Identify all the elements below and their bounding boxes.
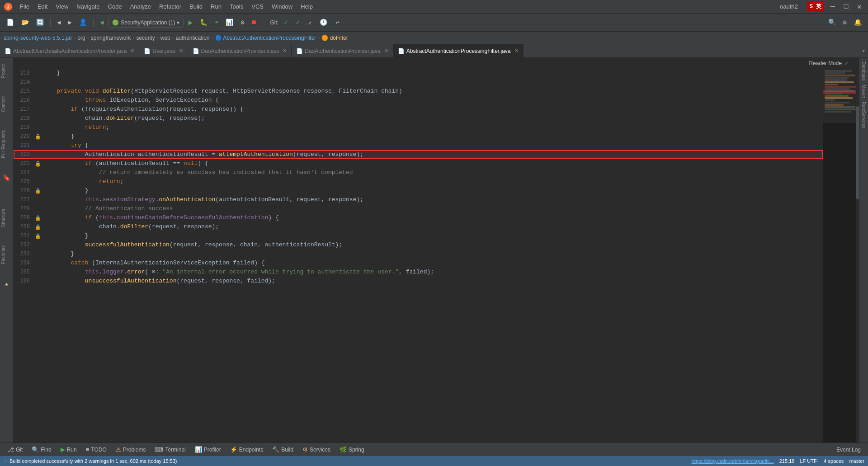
sidebar-bookmarks-button[interactable]: 🔖 [0, 171, 13, 184]
menu-file[interactable]: File [16, 2, 33, 11]
breadcrumb-item-authentication[interactable]: authentication [176, 35, 210, 41]
sidebar-star-button[interactable]: ★ [0, 278, 13, 291]
forward-button[interactable]: ▶ [65, 17, 74, 28]
profiler-bottom-button[interactable]: 📊 Profiler [191, 445, 225, 454]
recent-files-button[interactable]: 👤 [76, 17, 90, 28]
main-area: Project Commit Pull Requests 🔖 Structure… [0, 58, 868, 442]
run-button[interactable]: ▶ [185, 16, 195, 29]
breadcrumb: spring-security-web-5.5.1.jar › org › sp… [0, 32, 868, 44]
sidebar-pull-requests-button[interactable]: Pull Requests [0, 126, 13, 163]
app-logo: J [4, 2, 13, 11]
status-position: 215:18 [779, 458, 795, 464]
table-row: 232 successfulAuthentication(request, re… [14, 240, 823, 249]
menu-help[interactable]: Help [297, 2, 316, 11]
undo-toolbar-button[interactable]: ◀ [97, 17, 106, 28]
sidebar-favorites-button[interactable]: Favorites [0, 241, 13, 268]
open-button[interactable]: 📂 [19, 17, 32, 28]
sidebar-rest-services-button[interactable]: RestServices [861, 102, 866, 128]
git-bottom-button[interactable]: ⎇ Git [4, 445, 26, 454]
profile-button[interactable]: 📊 [223, 17, 236, 28]
git-info: Git: ✓ ✓ ↗ 🕐 ↩ [270, 17, 342, 28]
sidebar-maven-button[interactable]: Maven [861, 85, 866, 98]
build-bottom-button[interactable]: 🔨 Build [269, 445, 297, 454]
reader-mode-check-icon[interactable]: ✓ [844, 60, 848, 67]
run-config-selector[interactable]: 🟢 SecurityApplication (1) ▾ [108, 18, 184, 28]
sidebar-project-button[interactable]: Project [0, 60, 13, 83]
table-row: 220 🔒 } [14, 132, 823, 141]
menu-run[interactable]: Run [207, 2, 225, 11]
menu-build[interactable]: Build [186, 2, 206, 11]
status-bar-right: https://blog.csdn.net/mhlarxing/artic...… [692, 458, 864, 464]
git-label: Git: [270, 19, 279, 26]
git-more-button[interactable]: ↗ [305, 17, 314, 28]
breadcrumb-item-security[interactable]: security [136, 35, 155, 41]
git-undo-button[interactable]: ↩ [333, 17, 342, 28]
debug-button[interactable]: 🐛 [197, 17, 210, 28]
endpoints-bottom-button[interactable]: ⚡ Endpoints [226, 445, 267, 454]
menu-code[interactable]: Code [104, 2, 126, 11]
breadcrumb-item-class[interactable]: 🔵 AbstractAuthenticationProcessingFilter [215, 35, 316, 41]
event-log-button[interactable]: Event Log [833, 445, 864, 454]
menu-navigate[interactable]: Navigate [73, 2, 103, 11]
tab-dao-provider-java[interactable]: 📄 DaoAuthenticationProvider.java ✕ [292, 44, 393, 57]
sidebar-structure-button[interactable]: Structure [0, 204, 13, 232]
breadcrumb-item-method[interactable]: 🟠 doFilter [321, 35, 348, 41]
breadcrumb-item-jar[interactable]: spring-security-web-5.5.1.jar [4, 35, 72, 41]
tabs-overflow-button[interactable]: ▾ [859, 44, 868, 57]
table-row: 223 🔒 if (authenticationResult == null) … [14, 159, 823, 168]
breadcrumb-item-springframework[interactable]: springframework [91, 35, 131, 41]
problems-bottom-button[interactable]: ⚠ Problems [112, 445, 150, 454]
window-controls: ─ □ ✕ [828, 1, 864, 12]
menu-tools[interactable]: Tools [226, 2, 247, 11]
tab-abstract-processing-filter[interactable]: 📄 AbstractAuthenticationProcessingFilter… [393, 44, 524, 57]
services-bottom-button[interactable]: ⚙ Services [299, 445, 334, 454]
new-file-button[interactable]: 📄 [4, 17, 17, 28]
maximize-button[interactable]: □ [841, 2, 851, 12]
coverage-button[interactable]: ☂ [212, 17, 221, 28]
menu-edit[interactable]: Edit [34, 2, 51, 11]
sidebar-database-button[interactable]: Database [861, 61, 866, 81]
menu-vcs[interactable]: VCS [248, 2, 267, 11]
minimap[interactable] [823, 69, 859, 442]
sync-button[interactable]: 🔄 [33, 17, 47, 28]
stop-button[interactable]: ■ [249, 17, 259, 28]
todo-bottom-button[interactable]: ≡ TODO [82, 445, 110, 454]
sidebar-commit-button[interactable]: Commit [0, 92, 13, 116]
back-button[interactable]: ◀ [54, 17, 63, 28]
breadcrumb-item-web[interactable]: web [160, 35, 170, 41]
status-indent: 4 spaces [824, 458, 844, 464]
status-branch: master [849, 458, 864, 464]
tab-abstract-user-details[interactable]: 📄 AbstractUserDetailsAuthenticationProvi… [0, 44, 139, 57]
toolbar-sep-3 [263, 18, 263, 27]
code-lines-container[interactable]: 213 } 214 215 private void doFilter(Http… [14, 69, 823, 442]
close-button[interactable]: ✕ [854, 1, 864, 12]
spring-bottom-button[interactable]: 🌿 Spring [336, 445, 368, 454]
breadcrumb-item-org[interactable]: org [77, 35, 85, 41]
menu-view[interactable]: View [52, 2, 72, 11]
menu-refactor[interactable]: Refactor [156, 2, 185, 11]
status-bar: ✓ Build completed successfully with 2 wa… [0, 456, 868, 466]
run-bottom-icon: ▶ [61, 446, 65, 453]
git-bottom-icon: ⎇ [7, 446, 14, 453]
settings-button[interactable]: ⚙ [840, 17, 849, 28]
tab-dao-provider-class[interactable]: 📄 DaoAuthenticationProvider.class ✕ [188, 44, 292, 57]
notifications-button[interactable]: 🔔 [851, 17, 864, 28]
search-everywhere-button[interactable]: 🔍 [826, 17, 839, 28]
find-bottom-button[interactable]: 🔍 Find [28, 445, 55, 454]
git-fetch-button[interactable]: ✓ [281, 17, 290, 28]
run-bottom-button[interactable]: ▶ Run [57, 445, 80, 454]
table-row: 234 catch (InternalAuthenticationService… [14, 259, 823, 268]
git-clock-button[interactable]: 🕐 [317, 17, 330, 28]
status-url[interactable]: https://blog.csdn.net/mhlarxing/artic... [692, 458, 774, 464]
bottom-toolbar: ⎇ Git 🔍 Find ▶ Run ≡ TODO ⚠ Problems ⌨ T… [0, 442, 868, 456]
terminal-bottom-button[interactable]: ⌨ Terminal [151, 445, 189, 454]
menu-analyze[interactable]: Analyze [127, 2, 155, 11]
more-run-button[interactable]: ⚙ [238, 17, 247, 28]
git-push-button[interactable]: ✓ [293, 17, 302, 28]
tab-user[interactable]: 📄 User.java ✕ [139, 44, 188, 57]
table-row: 224 // return immediately as subclass ha… [14, 168, 823, 177]
services-bottom-icon: ⚙ [302, 446, 308, 453]
minimize-button[interactable]: ─ [828, 2, 838, 12]
menu-window[interactable]: Window [268, 2, 296, 11]
lang-badge: S 英 [807, 2, 824, 11]
